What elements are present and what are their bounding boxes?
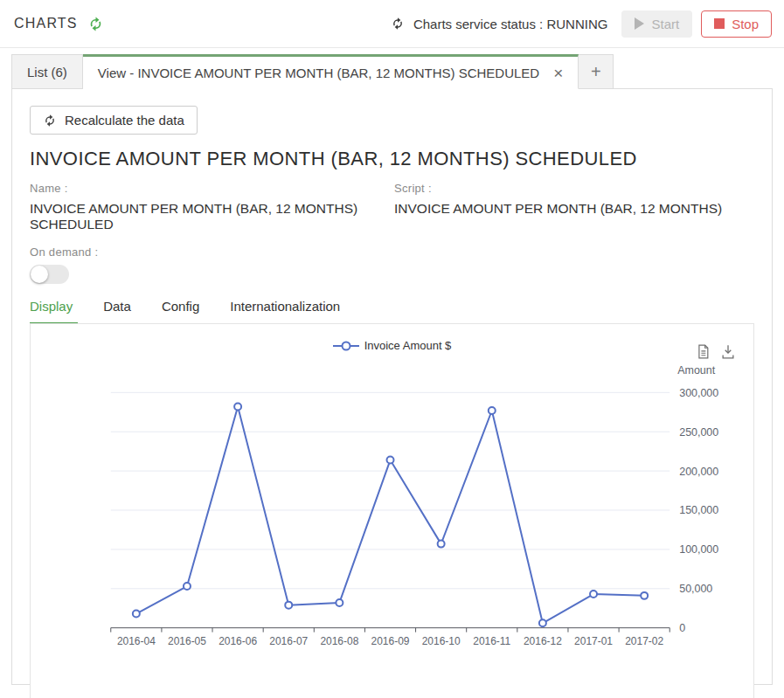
- x-tick-label: 2017-01: [574, 635, 613, 647]
- x-tick-label: 2016-10: [422, 635, 461, 647]
- plus-icon: +: [591, 62, 601, 82]
- name-field: Name : INVOICE AMOUNT PER MONTH (BAR, 12…: [30, 182, 394, 232]
- y-tick-label: 200,000: [679, 466, 718, 478]
- x-tick-label: 2016-11: [473, 635, 510, 647]
- header-bar: CHARTS Charts service status : RUNNING S…: [0, 0, 784, 48]
- tab-list-label: List (6): [27, 65, 67, 79]
- chart-panel: Invoice Amount $ 2016-042016-052016-0620…: [30, 323, 754, 698]
- script-field: Script : INVOICE AMOUNT PER MONTH (BAR, …: [394, 182, 722, 232]
- name-value: INVOICE AMOUNT PER MONTH (BAR, 12 MONTHS…: [30, 201, 394, 232]
- x-tick-label: 2016-09: [371, 635, 410, 647]
- stop-icon: [714, 18, 725, 29]
- y-tick-label: 300,000: [679, 387, 718, 399]
- stop-button-label: Stop: [732, 17, 759, 31]
- y-tick-label: 50,000: [679, 583, 712, 595]
- script-value: INVOICE AMOUNT PER MONTH (BAR, 12 MONTHS…: [394, 201, 722, 217]
- data-point: [590, 591, 597, 598]
- chart-fields: Name : INVOICE AMOUNT PER MONTH (BAR, 12…: [30, 182, 754, 232]
- y-tick-label: 0: [679, 622, 685, 634]
- x-tick-label: 2016-08: [320, 635, 358, 647]
- x-tick-label: 2017-02: [625, 635, 663, 647]
- data-point: [336, 599, 343, 606]
- y-axis-name: Amount: [677, 364, 715, 377]
- tab-view-label: View - INVOICE AMOUNT PER MONTH (BAR, 12…: [98, 66, 539, 80]
- y-tick-label: 100,000: [679, 543, 718, 556]
- data-point: [539, 619, 546, 626]
- refresh-icon: [43, 114, 57, 128]
- view-tab-content: Recalculate the data INVOICE AMOUNT PER …: [11, 88, 773, 685]
- main-tabstrip: List (6) View - INVOICE AMOUNT PER MONTH…: [0, 54, 784, 89]
- data-point: [387, 457, 394, 464]
- app-title: CHARTS: [14, 16, 78, 31]
- subtab-config[interactable]: Config: [162, 299, 205, 323]
- service-status-text: Charts service status : RUNNING: [413, 17, 608, 31]
- subtab-data[interactable]: Data: [103, 299, 136, 323]
- data-point: [641, 592, 648, 599]
- x-tick-label: 2016-06: [219, 635, 257, 647]
- data-point: [133, 611, 140, 618]
- data-point: [438, 541, 445, 548]
- x-tick-label: 2016-12: [524, 635, 562, 647]
- script-label: Script :: [394, 182, 722, 195]
- refresh-status-icon[interactable]: [391, 17, 405, 31]
- service-status-area: Charts service status : RUNNING Start St…: [391, 10, 772, 38]
- refresh-charts-icon[interactable]: [87, 16, 104, 32]
- line-chart: 2016-042016-052016-062016-072016-082016-…: [31, 324, 753, 698]
- y-tick-label: 150,000: [679, 504, 718, 516]
- stop-button[interactable]: Stop: [701, 10, 772, 38]
- tab-view-active[interactable]: View - INVOICE AMOUNT PER MONTH (BAR, 12…: [83, 54, 579, 89]
- on-demand-field: On demand :: [30, 245, 754, 284]
- close-icon[interactable]: ×: [553, 65, 563, 81]
- page-title: INVOICE AMOUNT PER MONTH (BAR, 12 MONTHS…: [30, 148, 754, 170]
- data-point: [285, 602, 292, 609]
- toggle-knob: [31, 266, 48, 283]
- data-point: [234, 404, 241, 411]
- play-icon: [635, 17, 644, 30]
- series-line: [136, 406, 644, 623]
- name-label: Name :: [30, 182, 394, 195]
- start-button[interactable]: Start: [621, 10, 692, 38]
- data-point: [489, 407, 496, 414]
- subtab-internationalization[interactable]: Internationalization: [230, 299, 345, 323]
- tab-list[interactable]: List (6): [11, 54, 83, 89]
- x-tick-label: 2016-04: [117, 635, 156, 647]
- x-tick-label: 2016-05: [168, 635, 206, 647]
- x-tick-label: 2016-07: [269, 635, 308, 647]
- tab-add[interactable]: +: [579, 54, 614, 89]
- on-demand-toggle[interactable]: [30, 265, 69, 284]
- recalculate-button[interactable]: Recalculate the data: [30, 106, 198, 135]
- recalculate-button-label: Recalculate the data: [65, 113, 184, 128]
- view-subtabs: DisplayDataConfigInternationalization: [30, 299, 754, 324]
- start-button-label: Start: [651, 17, 679, 31]
- on-demand-label: On demand :: [30, 245, 754, 259]
- y-tick-label: 250,000: [679, 426, 718, 439]
- subtab-display[interactable]: Display: [30, 299, 78, 325]
- data-point: [184, 583, 191, 590]
